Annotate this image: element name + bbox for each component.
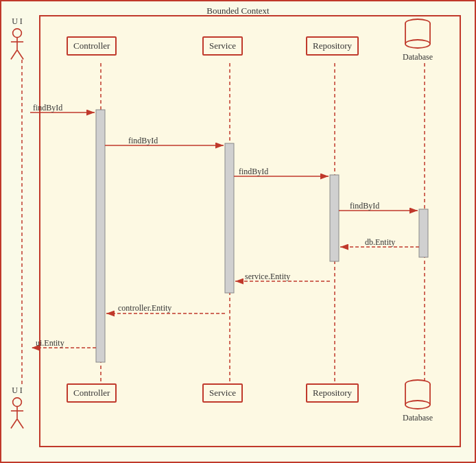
repository-box-bottom: Repository — [306, 383, 359, 403]
msg-dbentity: db.Entity — [365, 237, 395, 248]
actor-bottom-label: U I — [12, 385, 23, 396]
database-cylinder-bottom — [403, 377, 433, 412]
actor-top-label: U I — [12, 16, 23, 27]
stick-figure-top — [7, 28, 27, 62]
msg-controllerentity: controller.Entity — [118, 303, 171, 313]
stick-figure-bottom — [7, 397, 27, 431]
database-top: Database — [403, 16, 433, 62]
actor-bottom: U I — [7, 385, 27, 431]
repository-box-top: Repository — [306, 36, 359, 56]
diagram-canvas: Bounded Context — [0, 0, 476, 463]
svg-line-26 — [11, 419, 17, 429]
controller-box-bottom: Controller — [67, 383, 117, 403]
database-bottom: Database — [403, 377, 433, 423]
database-bottom-label: Database — [403, 413, 433, 423]
msg-findbyid-4: findById — [350, 201, 379, 211]
controller-box-top: Controller — [67, 36, 117, 56]
database-cylinder-top — [403, 16, 433, 51]
msg-findbyid-1: findById — [33, 103, 62, 113]
svg-line-22 — [17, 50, 23, 60]
outer-boundary — [39, 15, 461, 447]
actor-top: U I — [7, 16, 27, 62]
svg-point-37 — [405, 401, 430, 409]
msg-findbyid-3: findById — [239, 167, 268, 177]
database-top-label: Database — [403, 52, 433, 62]
msg-findbyid-2: findById — [128, 136, 158, 146]
svg-point-32 — [405, 40, 430, 48]
msg-serviceentity: service.Entity — [245, 272, 290, 282]
svg-line-21 — [11, 50, 17, 60]
msg-uientity: ui.Entity — [36, 338, 64, 348]
service-box-bottom: Service — [202, 383, 243, 403]
svg-line-27 — [17, 419, 23, 429]
svg-point-18 — [13, 29, 22, 38]
svg-point-23 — [13, 398, 22, 407]
service-box-top: Service — [202, 36, 243, 56]
